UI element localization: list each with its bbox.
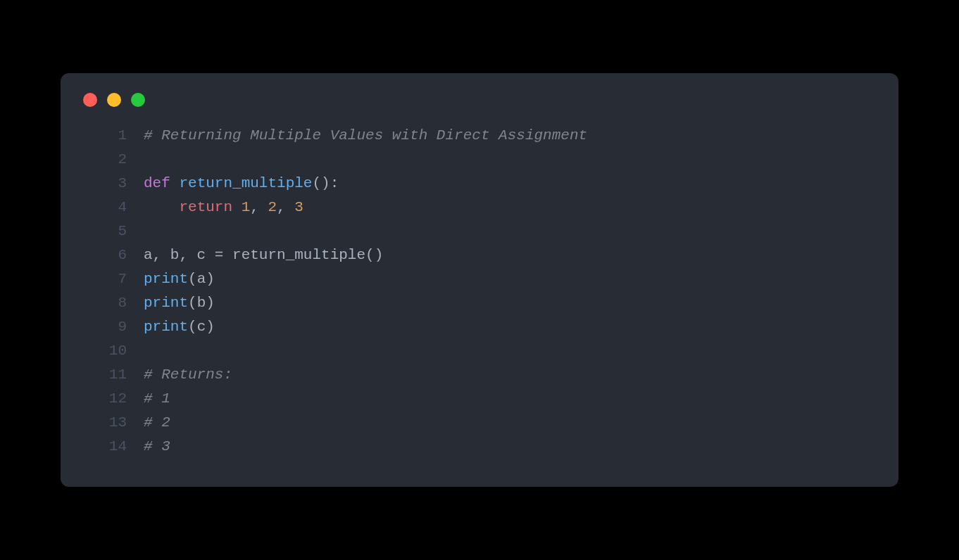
- token-number: 1: [242, 199, 251, 215]
- line-content: print(c): [144, 315, 215, 339]
- code-line: 13# 2: [61, 411, 898, 435]
- token-punct: ,: [277, 199, 294, 215]
- token-punct: ): [206, 271, 215, 287]
- line-number: 11: [101, 363, 144, 387]
- token-number: 3: [294, 199, 303, 215]
- token-comment: # 3: [144, 438, 170, 454]
- code-line: 9print(c): [61, 315, 898, 339]
- token-comment: # 1: [144, 390, 170, 407]
- token-plain: [232, 199, 242, 215]
- line-number: 10: [101, 339, 144, 363]
- token-call: print: [144, 271, 188, 287]
- line-content: return 1, 2, 3: [144, 196, 303, 219]
- line-content: # 1: [144, 387, 170, 411]
- token-ident: b: [197, 295, 206, 311]
- token-comment: # Returns:: [144, 367, 232, 383]
- token-call: print: [144, 295, 188, 311]
- minimize-icon[interactable]: [107, 93, 121, 107]
- token-ident: a, b, c: [144, 247, 215, 263]
- token-return: return: [179, 199, 232, 215]
- token-punct: =: [215, 247, 232, 263]
- line-content: [144, 339, 153, 363]
- code-line: 2: [61, 148, 898, 172]
- token-punct: (: [188, 319, 197, 335]
- code-window: 1# Returning Multiple Values with Direct…: [61, 73, 898, 487]
- line-content: def return_multiple():: [144, 172, 339, 196]
- code-line: 14# 3: [61, 435, 898, 459]
- token-call: print: [144, 319, 188, 335]
- token-def: return_multiple: [179, 175, 312, 191]
- token-comment: # 2: [144, 414, 170, 431]
- line-number: 12: [101, 387, 144, 411]
- token-comment: # Returning Multiple Values with Direct …: [144, 127, 587, 144]
- token-punct: (: [188, 295, 197, 311]
- code-line: 1# Returning Multiple Values with Direct…: [61, 124, 898, 148]
- token-punct: (: [188, 271, 197, 287]
- window-controls: [61, 93, 898, 124]
- line-content: # Returning Multiple Values with Direct …: [144, 124, 587, 148]
- close-icon[interactable]: [83, 93, 97, 107]
- code-line: 7print(a): [61, 267, 898, 291]
- line-number: 7: [101, 267, 144, 291]
- token-plain: [170, 175, 180, 191]
- line-number: 13: [101, 411, 144, 435]
- token-ident: c: [197, 319, 206, 335]
- code-line: 11# Returns:: [61, 363, 898, 387]
- line-number: 9: [101, 315, 144, 339]
- token-punct: ,: [250, 199, 268, 215]
- token-ident: a: [197, 271, 206, 287]
- line-number: 1: [101, 124, 144, 148]
- line-content: a, b, c = return_multiple(): [144, 243, 383, 267]
- line-content: [144, 219, 153, 243]
- token-punct: ():: [312, 175, 339, 191]
- code-line: 6a, b, c = return_multiple(): [61, 243, 898, 267]
- line-number: 3: [101, 172, 144, 196]
- line-content: # 3: [144, 435, 170, 459]
- line-content: print(a): [144, 267, 215, 291]
- code-line: 12# 1: [61, 387, 898, 411]
- code-line: 4 return 1, 2, 3: [61, 196, 898, 219]
- line-number: 14: [101, 435, 144, 459]
- token-keyword: def: [144, 175, 170, 191]
- token-punct: ): [206, 295, 215, 311]
- code-line: 10: [61, 339, 898, 363]
- code-line: 8print(b): [61, 291, 898, 315]
- code-line: 3def return_multiple():: [61, 172, 898, 196]
- line-content: # 2: [144, 411, 170, 435]
- token-number: 2: [268, 199, 277, 215]
- line-content: [144, 148, 153, 172]
- code-area: 1# Returning Multiple Values with Direct…: [61, 124, 898, 459]
- line-number: 5: [101, 219, 144, 243]
- line-number: 2: [101, 148, 144, 172]
- line-number: 8: [101, 291, 144, 315]
- line-number: 4: [101, 196, 144, 219]
- token-plain: [144, 199, 179, 215]
- code-line: 5: [61, 219, 898, 243]
- maximize-icon[interactable]: [131, 93, 145, 107]
- line-content: print(b): [144, 291, 215, 315]
- token-punct: ): [206, 319, 215, 335]
- line-number: 6: [101, 243, 144, 267]
- token-ident: return_multiple(): [232, 247, 383, 263]
- line-content: # Returns:: [144, 363, 232, 387]
